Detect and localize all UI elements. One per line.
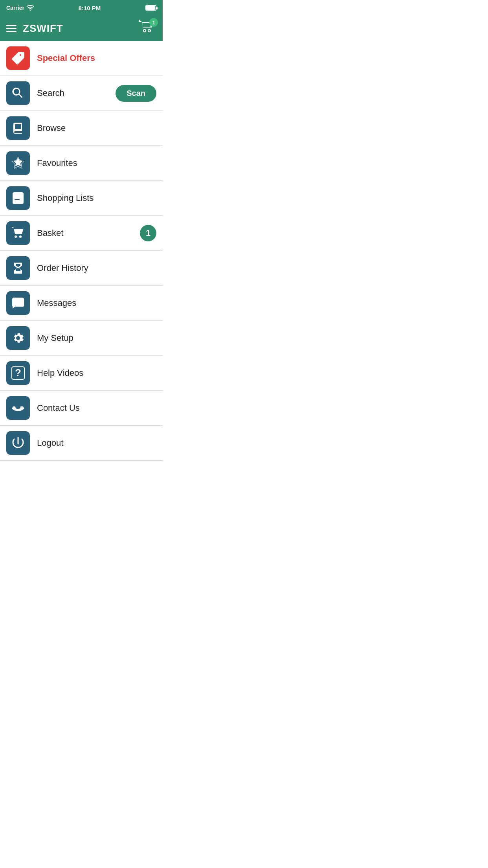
favourites-icon-wrap — [6, 151, 30, 175]
menu-item-special-offers[interactable]: Special Offers — [0, 41, 163, 76]
status-left: Carrier — [6, 5, 34, 11]
shopping-lists-label: Shopping Lists — [37, 193, 94, 203]
messages-label: Messages — [37, 298, 76, 308]
messages-icon-wrap — [6, 291, 30, 315]
hamburger-line-3 — [6, 31, 17, 32]
contact-us-icon-wrap — [6, 396, 30, 420]
contact-us-label: Contact Us — [37, 403, 80, 413]
app-title: ZSWIFT — [23, 22, 63, 35]
menu-item-order-history[interactable]: Order History — [0, 251, 163, 286]
help-videos-icon-wrap: ? — [6, 361, 30, 385]
my-setup-label: My Setup — [37, 333, 73, 343]
battery-fill — [146, 6, 155, 10]
my-setup-icon-wrap — [6, 326, 30, 350]
status-right — [145, 5, 156, 11]
help-videos-label: Help Videos — [37, 368, 83, 378]
order-history-label: Order History — [37, 263, 88, 273]
wifi-icon — [27, 5, 34, 11]
browse-label: Browse — [37, 123, 66, 133]
carrier-label: Carrier — [6, 5, 24, 11]
scan-button[interactable]: Scan — [116, 85, 156, 102]
menu-item-shopping-lists[interactable]: Shopping Lists — [0, 181, 163, 216]
menu-item-browse[interactable]: Browse — [0, 111, 163, 146]
menu-item-contact-us[interactable]: Contact Us — [0, 391, 163, 426]
menu-button[interactable] — [6, 25, 17, 32]
search-icon-wrap — [6, 81, 30, 105]
menu-item-search[interactable]: SearchScan — [0, 76, 163, 111]
hamburger-line-1 — [6, 25, 17, 26]
shopping-lists-icon-wrap — [6, 186, 30, 210]
menu-item-messages[interactable]: Messages — [0, 286, 163, 321]
favourites-label: Favourites — [37, 158, 77, 168]
menu-item-logout[interactable]: Logout — [0, 426, 163, 461]
menu-item-my-setup[interactable]: My Setup — [0, 321, 163, 356]
menu-item-favourites[interactable]: Favourites — [0, 146, 163, 181]
logout-icon-wrap — [6, 431, 30, 455]
basket-badge: 1 — [140, 225, 156, 241]
cart-badge: 1 — [149, 18, 158, 27]
cart-button[interactable]: 1 — [139, 20, 156, 37]
status-time: 8:10 PM — [79, 5, 101, 11]
basket-label: Basket — [37, 228, 63, 238]
browse-icon-wrap — [6, 116, 30, 140]
hamburger-line-2 — [6, 28, 17, 29]
basket-icon-wrap — [6, 221, 30, 245]
svg-text:?: ? — [15, 367, 21, 379]
app-header: ZSWIFT 1 — [0, 16, 163, 41]
menu-item-help-videos[interactable]: ? Help Videos — [0, 356, 163, 391]
order-history-icon-wrap — [6, 256, 30, 280]
menu-item-basket[interactable]: Basket1 — [0, 216, 163, 251]
main-menu: Special Offers SearchScan Browse Favouri… — [0, 41, 163, 461]
header-left: ZSWIFT — [6, 22, 63, 35]
special-offers-icon-wrap — [6, 46, 30, 70]
battery-icon — [145, 5, 156, 11]
special-offers-label: Special Offers — [37, 53, 95, 63]
logout-label: Logout — [37, 438, 63, 448]
status-bar: Carrier 8:10 PM — [0, 0, 163, 16]
search-label: Search — [37, 88, 64, 98]
